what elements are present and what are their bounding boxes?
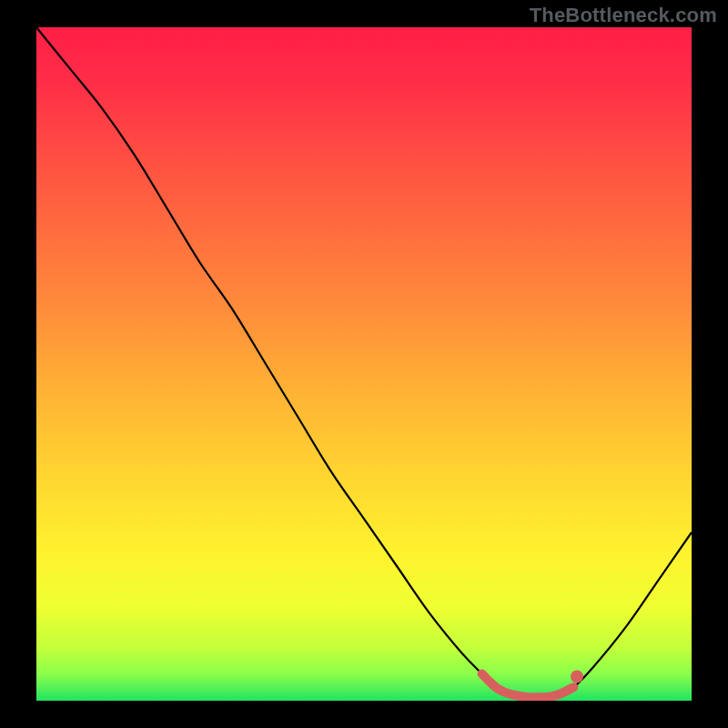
bottleneck-curve-chart (36, 27, 692, 701)
optimal-range-endpoint-dot (571, 671, 583, 683)
watermark-text: TheBottleneck.com (530, 4, 717, 27)
gradient-background (36, 27, 692, 701)
chart-outer-frame: TheBottleneck.com (0, 0, 728, 728)
plot-area (36, 27, 692, 701)
